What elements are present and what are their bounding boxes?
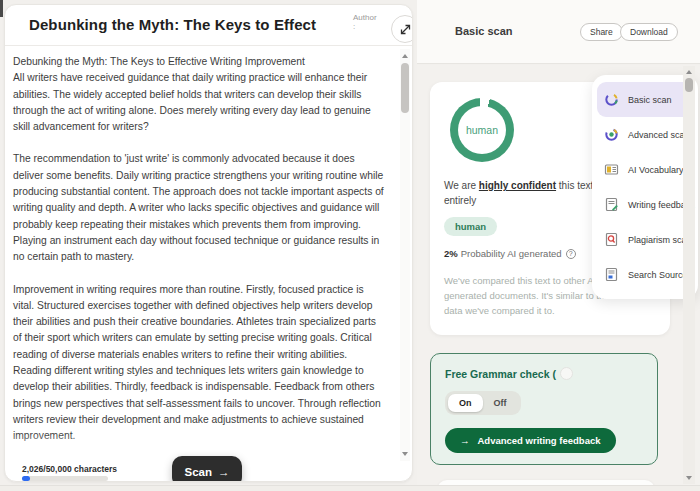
grammar-logo-placeholder [560, 367, 573, 380]
editor-scrollbar[interactable] [400, 49, 410, 461]
grammar-check-card: Free Grammar check ( On Off → Advanced w… [430, 353, 658, 465]
document-editor[interactable]: Debunking the Myth: The Keys to Effectiv… [5, 47, 401, 461]
help-icon[interactable]: ? [566, 249, 576, 259]
menu-item-writing-feedback[interactable]: Writing feedback [597, 187, 693, 222]
scroll-down-icon[interactable] [686, 476, 692, 480]
character-progress-bar [22, 476, 108, 481]
download-button[interactable]: Download [620, 23, 678, 41]
arrow-right-icon: → [218, 466, 230, 478]
results-title: Basic scan [455, 25, 512, 37]
expand-arrows-icon [399, 23, 412, 36]
edge-artifact [0, 0, 3, 17]
grammar-toggle-off[interactable]: Off [483, 394, 518, 412]
menu-item-advanced-scan[interactable]: Advanced scan [597, 117, 693, 152]
editor-paragraph: Debunking the Myth: The Keys to Effectiv… [13, 54, 387, 135]
writing-feedback-icon [604, 197, 619, 212]
results-header: Basic scan Share Download [417, 0, 700, 64]
editor-scrollbar-thumb[interactable] [401, 63, 409, 113]
results-scrollbar[interactable] [683, 66, 695, 484]
comparison-note: We've compared this text to other AI-gen… [444, 273, 614, 318]
app-window: Debunking the Myth: The Keys to Effect A… [0, 0, 700, 491]
grammar-toggle-on[interactable]: On [448, 394, 483, 412]
menu-item-plagiarism-scan[interactable]: Plagiarism scan [597, 222, 693, 257]
probability-label: Probability AI generated [461, 248, 562, 259]
character-progress-fill [22, 476, 30, 481]
search-sources-icon [604, 267, 619, 282]
verdict-badge: human [444, 217, 497, 236]
ai-vocabulary-icon [604, 162, 619, 177]
confidence-text: We are highly confident this text is ent… [444, 178, 604, 208]
basic-scan-icon [604, 92, 619, 107]
expand-button[interactable] [391, 15, 413, 43]
scan-button[interactable]: Scan → [172, 456, 242, 482]
menu-item-ai-vocabulary[interactable]: AI Vocabulary [597, 152, 693, 187]
probability-value: 2% [444, 248, 458, 259]
scroll-up-icon[interactable] [686, 70, 692, 74]
advanced-writing-feedback-button[interactable]: → Advanced writing feedback [445, 428, 616, 453]
share-button[interactable]: Share [580, 23, 623, 41]
scroll-up-icon[interactable] [402, 52, 408, 58]
menu-item-basic-scan[interactable]: Basic scan [597, 82, 693, 117]
character-counter: 2,026/50,000 characters [22, 464, 117, 474]
arrow-right-icon: → [460, 435, 470, 446]
scroll-down-icon[interactable] [402, 452, 408, 458]
donut-label: human [466, 124, 498, 136]
document-panel: Debunking the Myth: The Keys to Effect A… [4, 4, 413, 482]
results-panel: Basic scan Share Download human We are h… [417, 0, 700, 485]
results-scrollbar-thumb[interactable] [685, 78, 693, 92]
grammar-toggle: On Off [445, 391, 521, 415]
grammar-check-title: Free Grammar check ( [445, 368, 556, 380]
document-header: Debunking the Myth: The Keys to Effect A… [5, 5, 412, 46]
menu-item-search-sources[interactable]: Search Sources [597, 257, 693, 292]
editor-paragraph: The recommendation to 'just write' is co… [13, 151, 387, 265]
author-label: Author : [353, 13, 377, 31]
bottom-strip [0, 485, 700, 491]
advanced-scan-icon [604, 127, 619, 142]
document-title: Debunking the Myth: The Keys to Effect [29, 16, 319, 33]
human-score-donut: human [450, 98, 514, 162]
results-body: human We are highly confident this text … [417, 65, 700, 485]
editor-paragraph: Improvement in writing requires more tha… [13, 282, 387, 445]
plagiarism-scan-icon [604, 232, 619, 247]
